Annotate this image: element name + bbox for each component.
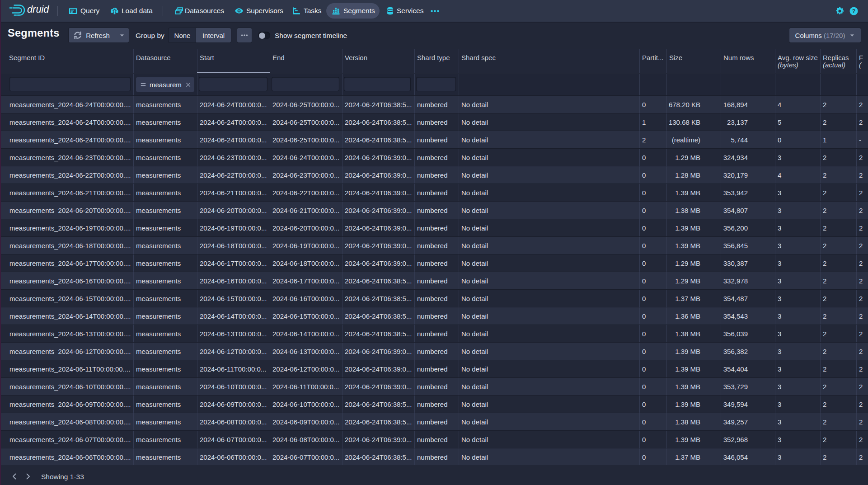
- svg-text:druid: druid: [27, 4, 49, 15]
- svg-text:?: ?: [852, 8, 856, 14]
